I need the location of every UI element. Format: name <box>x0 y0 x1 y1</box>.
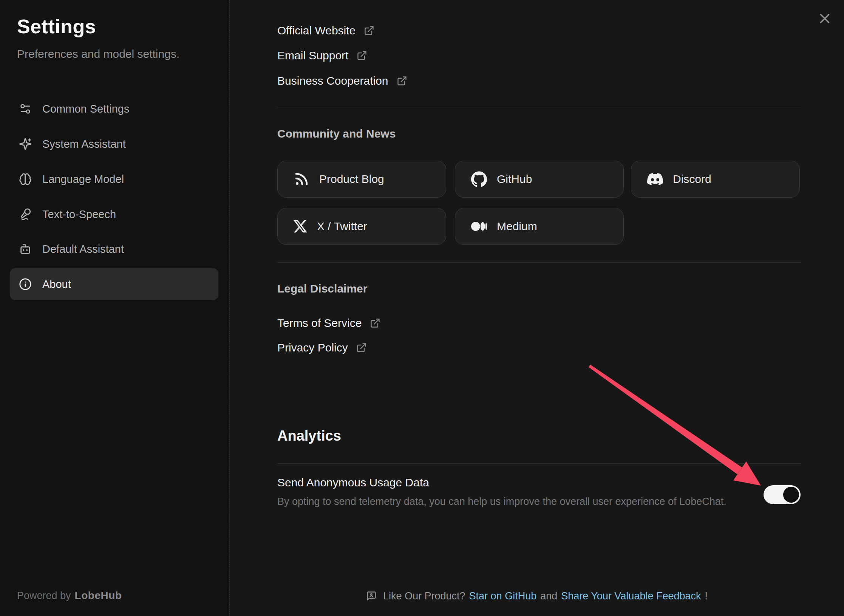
telemetry-setting-description: By opting to send telemetry data, you ca… <box>277 496 727 508</box>
sidebar-item-common-settings[interactable]: Common Settings <box>10 93 218 125</box>
button-label: GitHub <box>497 173 532 186</box>
medium-icon <box>471 218 487 234</box>
section-divider <box>277 262 801 263</box>
sliders-icon <box>19 102 32 115</box>
robot-icon <box>19 243 32 255</box>
external-link-icon <box>357 50 367 61</box>
discord-icon <box>647 171 663 187</box>
page-title: Settings <box>17 15 96 38</box>
sidebar-item-label: About <box>42 278 71 291</box>
about-settings-panel: Contact Us Official Website Email Suppor… <box>229 0 844 616</box>
footer-conjunction: and <box>540 590 557 602</box>
info-icon <box>19 278 32 291</box>
section-divider <box>277 463 801 464</box>
x-twitter-icon <box>294 220 307 233</box>
link-label: Terms of Service <box>277 317 362 330</box>
link-label: Official Website <box>277 24 356 37</box>
sidebar-item-label: System Assistant <box>42 138 126 150</box>
sidebar-item-label: Text-to-Speech <box>42 208 116 221</box>
sidebar-item-label: Language Model <box>42 173 124 186</box>
footer-prefix: Like Our Product? <box>383 590 465 602</box>
page-subtitle: Preferences and model settings. <box>17 48 179 60</box>
discord-button[interactable]: Discord <box>631 161 800 198</box>
privacy-policy-link[interactable]: Privacy Policy <box>277 340 367 355</box>
telemetry-toggle[interactable] <box>764 485 801 504</box>
powered-by-prefix: Powered by <box>17 590 71 601</box>
sidebar-item-about[interactable]: About <box>10 268 218 300</box>
external-link-icon <box>364 25 374 36</box>
sparkles-icon <box>19 138 32 150</box>
sidebar-item-text-to-speech[interactable]: Text-to-Speech <box>10 198 218 230</box>
external-link-icon <box>356 342 367 353</box>
powered-by: Powered byLobeHub <box>17 590 122 602</box>
sidebar-item-language-model[interactable]: Language Model <box>10 163 218 195</box>
link-label: Privacy Policy <box>277 341 348 354</box>
sidebar-item-label: Common Settings <box>42 103 130 115</box>
lobehub-brand: LobeHub <box>75 590 122 601</box>
button-label: Discord <box>673 173 711 186</box>
sidebar-item-label: Default Assistant <box>42 243 124 255</box>
medium-button[interactable]: Medium <box>455 208 624 245</box>
external-link-icon <box>370 318 380 328</box>
terms-of-service-link[interactable]: Terms of Service <box>277 316 380 331</box>
rss-icon <box>294 171 309 187</box>
link-label: Business Cooperation <box>277 74 388 87</box>
external-link-icon <box>397 76 407 86</box>
x-twitter-button[interactable]: X / Twitter <box>277 208 446 245</box>
business-cooperation-link[interactable]: Business Cooperation <box>277 73 407 88</box>
share-feedback-link[interactable]: Share Your Valuable Feedback <box>561 590 701 602</box>
button-label: Medium <box>497 220 537 233</box>
toggle-knob <box>783 487 799 503</box>
footer: Like Our Product?Star on GitHubandShare … <box>230 590 844 602</box>
star-on-github-link[interactable]: Star on GitHub <box>469 590 537 602</box>
github-button[interactable]: GitHub <box>455 161 624 198</box>
legal-section-title: Legal Disclaimer <box>277 282 367 295</box>
footer-suffix: ! <box>705 590 708 602</box>
feedback-bubble-icon <box>366 591 377 601</box>
button-label: Product Blog <box>319 173 384 186</box>
section-divider <box>277 108 801 108</box>
community-section-title: Community and News <box>277 127 396 140</box>
close-icon[interactable] <box>815 9 834 28</box>
brain-icon <box>19 173 32 186</box>
email-support-link[interactable]: Email Support <box>277 48 367 63</box>
contact-us-section-title: Contact Us <box>279 0 339 3</box>
settings-sidebar: Settings Preferences and model settings.… <box>0 0 229 616</box>
product-blog-button[interactable]: Product Blog <box>277 161 446 198</box>
microphone-icon <box>19 208 32 221</box>
settings-modal: Settings Preferences and model settings.… <box>0 0 844 616</box>
telemetry-setting-label: Send Anonymous Usage Data <box>277 476 429 489</box>
analytics-section-title: Analytics <box>277 428 341 444</box>
sidebar-item-default-assistant[interactable]: Default Assistant <box>10 233 218 265</box>
link-label: Email Support <box>277 49 348 62</box>
github-icon <box>471 171 487 187</box>
button-label: X / Twitter <box>317 220 367 233</box>
sidebar-item-system-assistant[interactable]: System Assistant <box>10 128 218 160</box>
official-website-link[interactable]: Official Website <box>277 23 374 38</box>
